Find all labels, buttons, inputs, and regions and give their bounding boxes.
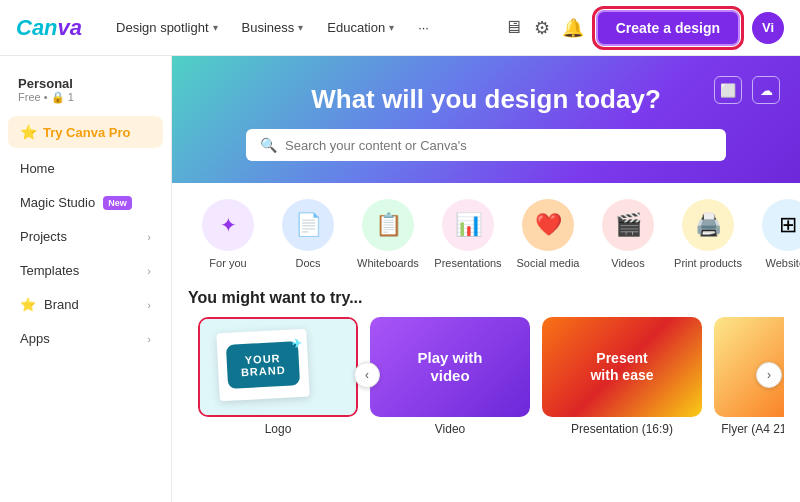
docs-icon: 📄 xyxy=(295,212,322,238)
video-card-label: Video xyxy=(370,422,530,436)
scroll-right-button[interactable]: › xyxy=(756,362,782,388)
search-bar: 🔍 xyxy=(246,129,726,161)
sidebar-item-magic-studio[interactable]: Magic Studio New xyxy=(8,186,163,219)
whiteboards-icon: 📋 xyxy=(375,212,402,238)
foryou-icon-wrap: ✦ xyxy=(202,199,254,251)
nav-business[interactable]: Business ▾ xyxy=(232,14,314,41)
logo-card[interactable]: YOURBRAND ✈ Logo xyxy=(198,317,358,436)
websites-label: Websites xyxy=(765,257,800,269)
category-presentations[interactable]: 📊 Presentations xyxy=(428,199,508,269)
main-nav: Design spotlight ▾ Business ▾ Education … xyxy=(106,14,439,41)
categories-row: ✦ For you 📄 Docs 📋 Whiteboards 📊 xyxy=(172,183,800,281)
foryou-icon: ✦ xyxy=(220,213,237,237)
whiteboards-label: Whiteboards xyxy=(357,257,419,269)
presentation-card-title: Presentwith ease xyxy=(590,350,653,384)
star-icon: ⭐ xyxy=(20,124,37,140)
logo-card-inner: YOURBRAND ✈ xyxy=(226,341,301,389)
nav-education[interactable]: Education ▾ xyxy=(317,14,404,41)
chevron-right-icon: › xyxy=(147,265,151,277)
videos-label: Videos xyxy=(611,257,644,269)
header-left: Canva Design spotlight ▾ Business ▾ Educ… xyxy=(16,14,439,41)
presentation-card[interactable]: Presentwith ease Presentation (16:9) xyxy=(542,317,702,436)
docs-label: Docs xyxy=(295,257,320,269)
foryou-label: For you xyxy=(209,257,246,269)
category-foryou[interactable]: ✦ For you xyxy=(188,199,268,269)
print-label: Print products xyxy=(674,257,742,269)
cards-wrapper: ‹ YOURBRAND ✈ xyxy=(188,317,784,436)
notification-icon[interactable]: 🔔 xyxy=(562,17,584,39)
presentation-card-image: Presentwith ease xyxy=(542,317,702,417)
video-card-title: Play withvideo xyxy=(417,349,482,385)
main-layout: Personal Free • 🔒 1 ⭐ Try Canva Pro Home… xyxy=(0,56,800,502)
category-whiteboards[interactable]: 📋 Whiteboards xyxy=(348,199,428,269)
presentations-icon: 📊 xyxy=(455,212,482,238)
hero-title: What will you design today? xyxy=(204,84,768,115)
search-icon: 🔍 xyxy=(260,137,277,153)
chevron-down-icon: ▾ xyxy=(213,22,218,33)
try-section: You might want to try... ‹ YOURBRAND ✈ xyxy=(172,281,800,440)
header: Canva Design spotlight ▾ Business ▾ Educ… xyxy=(0,0,800,56)
social-icon: ❤️ xyxy=(535,212,562,238)
search-input[interactable] xyxy=(285,138,712,153)
video-card[interactable]: Play withvideo Video xyxy=(370,317,530,436)
logo-card-label: Logo xyxy=(198,422,358,436)
videos-icon-wrap: 🎬 xyxy=(602,199,654,251)
flyer-card-label: Flyer (A4 21 × 2 xyxy=(714,422,784,436)
new-badge: New xyxy=(103,196,132,210)
presentation-card-label: Presentation (16:9) xyxy=(542,422,702,436)
sidebar-item-projects[interactable]: Projects › xyxy=(8,220,163,253)
try-section-title: You might want to try... xyxy=(188,289,784,307)
social-label: Social media xyxy=(517,257,580,269)
monitor-icon[interactable]: 🖥 xyxy=(504,17,522,38)
sidebar-item-templates[interactable]: Templates › xyxy=(8,254,163,287)
chevron-down-icon: ▾ xyxy=(389,22,394,33)
category-websites[interactable]: ⊞ Websites xyxy=(748,199,800,269)
try-pro-button[interactable]: ⭐ Try Canva Pro xyxy=(8,116,163,148)
sidebar: Personal Free • 🔒 1 ⭐ Try Canva Pro Home… xyxy=(0,56,172,502)
video-card-image: Play withvideo xyxy=(370,317,530,417)
sidebar-item-home[interactable]: Home xyxy=(8,152,163,185)
hero-banner: ⬜ ☁ What will you design today? 🔍 xyxy=(172,56,800,183)
nav-design-spotlight[interactable]: Design spotlight ▾ xyxy=(106,14,228,41)
sidebar-item-brand[interactable]: ⭐ Brand › xyxy=(8,288,163,321)
settings-icon[interactable]: ⚙ xyxy=(534,17,550,39)
category-docs[interactable]: 📄 Docs xyxy=(268,199,348,269)
websites-icon: ⊞ xyxy=(779,212,797,238)
sidebar-account: Personal Free • 🔒 1 xyxy=(8,68,163,116)
avatar[interactable]: Vi xyxy=(752,12,784,44)
chevron-right-icon: › xyxy=(147,231,151,243)
docs-icon-wrap: 📄 xyxy=(282,199,334,251)
frame-icon[interactable]: ⬜ xyxy=(714,76,742,104)
upload-icon[interactable]: ☁ xyxy=(752,76,780,104)
social-icon-wrap: ❤️ xyxy=(522,199,574,251)
print-icon-wrap: 🖨️ xyxy=(682,199,734,251)
chevron-down-icon: ▾ xyxy=(298,22,303,33)
account-sub: Free • 🔒 1 xyxy=(18,91,153,104)
videos-icon: 🎬 xyxy=(615,212,642,238)
websites-icon-wrap: ⊞ xyxy=(762,199,800,251)
sidebar-item-apps[interactable]: Apps › xyxy=(8,322,163,355)
presentations-icon-wrap: 📊 xyxy=(442,199,494,251)
hero-action-icons: ⬜ ☁ xyxy=(714,76,780,104)
canva-logo[interactable]: Canva xyxy=(16,15,82,41)
cards-row: YOURBRAND ✈ Logo Play withvideo xyxy=(198,317,784,436)
header-right: 🖥 ⚙ 🔔 Create a design Vi xyxy=(504,10,784,46)
create-design-button[interactable]: Create a design xyxy=(596,10,740,46)
whiteboards-icon-wrap: 📋 xyxy=(362,199,414,251)
chevron-right-icon: › xyxy=(147,299,151,311)
scroll-left-button[interactable]: ‹ xyxy=(354,362,380,388)
print-icon: 🖨️ xyxy=(695,212,722,238)
logo-card-image: YOURBRAND ✈ xyxy=(198,317,358,417)
nav-more[interactable]: ··· xyxy=(408,14,439,41)
category-social-media[interactable]: ❤️ Social media xyxy=(508,199,588,269)
chevron-right-icon: › xyxy=(147,333,151,345)
account-name: Personal xyxy=(18,76,153,91)
category-print[interactable]: 🖨️ Print products xyxy=(668,199,748,269)
category-videos[interactable]: 🎬 Videos xyxy=(588,199,668,269)
content-area: ⬜ ☁ What will you design today? 🔍 ✦ For … xyxy=(172,56,800,502)
presentations-label: Presentations xyxy=(434,257,501,269)
